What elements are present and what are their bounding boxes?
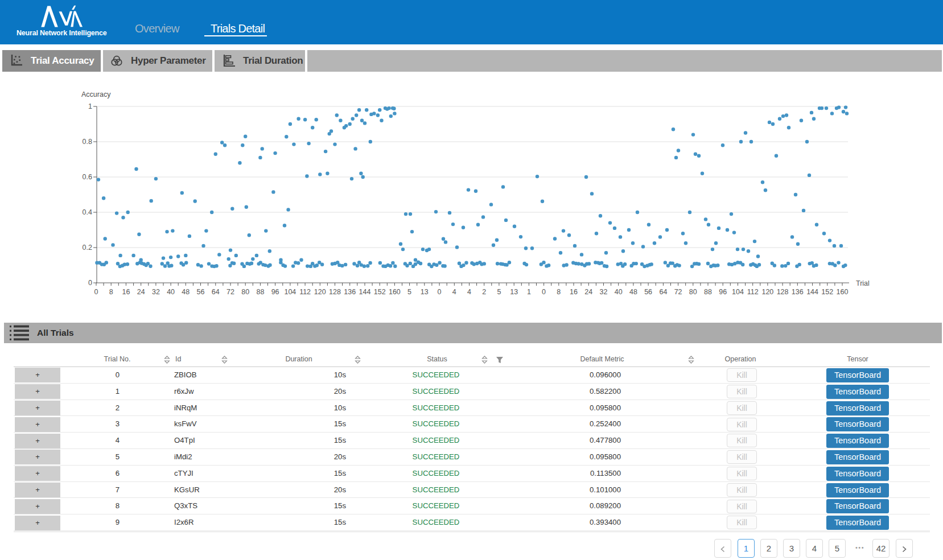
svg-text:0.2: 0.2 (83, 244, 92, 252)
svg-text:64: 64 (659, 288, 667, 296)
svg-text:4: 4 (467, 288, 471, 296)
svg-text:24: 24 (584, 288, 592, 296)
svg-text:0.6: 0.6 (83, 173, 92, 181)
svg-text:152: 152 (821, 288, 833, 296)
svg-text:136: 136 (792, 288, 804, 296)
svg-text:32: 32 (600, 288, 608, 296)
svg-text:1: 1 (88, 102, 92, 110)
svg-text:80: 80 (241, 288, 249, 296)
svg-text:8: 8 (109, 288, 113, 296)
svg-text:144: 144 (806, 288, 818, 296)
svg-text:112: 112 (747, 288, 759, 296)
svg-text:5: 5 (497, 288, 501, 296)
svg-text:160: 160 (389, 288, 401, 296)
svg-text:112: 112 (299, 288, 311, 296)
svg-text:120: 120 (761, 288, 773, 296)
svg-text:32: 32 (152, 288, 160, 296)
svg-text:88: 88 (704, 288, 712, 296)
svg-text:24: 24 (137, 288, 145, 296)
svg-text:0.4: 0.4 (83, 208, 92, 216)
svg-text:136: 136 (344, 288, 356, 296)
svg-text:Trial: Trial (856, 279, 870, 287)
svg-text:16: 16 (122, 288, 130, 296)
svg-text:1: 1 (527, 288, 531, 296)
svg-text:128: 128 (329, 288, 341, 296)
svg-text:80: 80 (689, 288, 697, 296)
svg-text:88: 88 (256, 288, 264, 296)
svg-text:56: 56 (197, 288, 205, 296)
svg-text:13: 13 (510, 288, 518, 296)
svg-text:96: 96 (719, 288, 727, 296)
svg-text:13: 13 (421, 288, 429, 296)
svg-text:0: 0 (88, 279, 92, 287)
svg-text:Accuracy: Accuracy (81, 90, 111, 98)
svg-text:104: 104 (732, 288, 744, 296)
svg-text:72: 72 (227, 288, 234, 296)
svg-text:0.8: 0.8 (83, 138, 92, 146)
svg-text:40: 40 (167, 288, 175, 296)
svg-text:64: 64 (212, 288, 220, 296)
svg-text:5: 5 (407, 288, 411, 296)
svg-text:40: 40 (615, 288, 623, 296)
svg-text:48: 48 (629, 288, 637, 296)
svg-text:0: 0 (542, 288, 546, 296)
svg-text:48: 48 (182, 288, 190, 296)
svg-text:2: 2 (482, 288, 486, 296)
svg-text:56: 56 (644, 288, 652, 296)
svg-text:128: 128 (777, 288, 789, 296)
svg-text:16: 16 (570, 288, 578, 296)
svg-text:8: 8 (557, 288, 561, 296)
svg-text:160: 160 (837, 288, 849, 296)
svg-text:152: 152 (374, 288, 386, 296)
svg-text:72: 72 (674, 288, 682, 296)
svg-text:144: 144 (359, 288, 371, 296)
svg-text:104: 104 (284, 288, 296, 296)
svg-text:4: 4 (452, 288, 456, 296)
svg-text:120: 120 (314, 288, 326, 296)
svg-text:0: 0 (438, 288, 442, 296)
svg-text:0: 0 (94, 288, 98, 296)
svg-text:96: 96 (271, 288, 279, 296)
